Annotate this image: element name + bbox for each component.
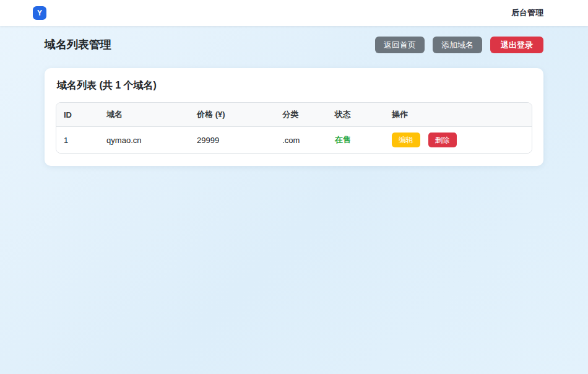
cell-category: .com xyxy=(275,127,327,154)
cell-actions: 编辑 删除 xyxy=(384,127,532,154)
domain-list-card: 域名列表 (共 1 个域名) ID 域名 价格 (¥) 分类 状态 操作 xyxy=(45,68,543,166)
column-header-domain: 域名 xyxy=(99,103,189,127)
card-title: 域名列表 (共 1 个域名) xyxy=(57,79,532,92)
header-buttons: 返回首页 添加域名 退出登录 xyxy=(375,37,543,53)
logout-button[interactable]: 退出登录 xyxy=(490,37,543,53)
cell-domain: qymao.cn xyxy=(99,127,189,154)
page-title: 域名列表管理 xyxy=(45,37,111,52)
column-header-id: ID xyxy=(56,103,99,127)
column-header-status: 状态 xyxy=(327,103,384,127)
logo-letter: Y xyxy=(37,9,42,17)
main-content: 域名列表管理 返回首页 添加域名 退出登录 域名列表 (共 1 个域名) ID … xyxy=(45,35,543,166)
top-navbar: Y 后台管理 xyxy=(0,0,588,26)
add-domain-button[interactable]: 添加域名 xyxy=(433,37,482,53)
table-header-row: ID 域名 价格 (¥) 分类 状态 操作 xyxy=(56,103,532,127)
cell-status: 在售 xyxy=(327,127,384,154)
admin-link[interactable]: 后台管理 xyxy=(511,7,543,19)
column-header-actions: 操作 xyxy=(384,103,532,127)
cell-id: 1 xyxy=(56,127,99,154)
cell-price: 29999 xyxy=(189,127,275,154)
domain-table-container: ID 域名 价格 (¥) 分类 状态 操作 1 qymao.cn 29999 .… xyxy=(56,102,532,154)
table-row: 1 qymao.cn 29999 .com 在售 编辑 删除 xyxy=(56,127,532,154)
back-home-button[interactable]: 返回首页 xyxy=(375,37,425,53)
domain-table: ID 域名 价格 (¥) 分类 状态 操作 1 qymao.cn 29999 .… xyxy=(56,103,532,153)
column-header-category: 分类 xyxy=(275,103,327,127)
delete-button[interactable]: 删除 xyxy=(428,133,457,147)
status-badge: 在售 xyxy=(335,135,351,144)
logo[interactable]: Y xyxy=(33,6,46,20)
edit-button[interactable]: 编辑 xyxy=(392,133,420,147)
column-header-price: 价格 (¥) xyxy=(189,103,275,127)
page-header: 域名列表管理 返回首页 添加域名 退出登录 xyxy=(45,35,543,54)
